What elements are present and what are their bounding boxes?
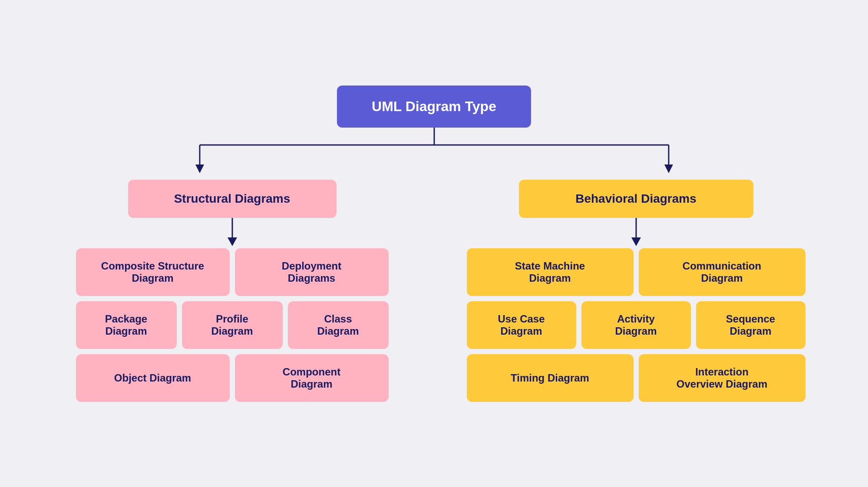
diagram-container: UML Diagram Type Structural Diagrams [43, 86, 825, 402]
structural-col: Structural Diagrams Composite StructureD… [43, 180, 421, 402]
root-label: UML Diagram Type [372, 99, 496, 114]
svg-marker-9 [631, 237, 641, 246]
root-branch-svg [43, 128, 825, 180]
use-case-diagram: Use CaseDiagram [467, 301, 576, 349]
svg-marker-5 [664, 165, 673, 173]
component-diagram: ComponentDiagram [235, 354, 389, 402]
package-diagram: PackageDiagram [76, 301, 177, 349]
sequence-diagram: SequenceDiagram [696, 301, 805, 349]
two-cols: Structural Diagrams Composite StructureD… [43, 180, 825, 402]
composite-structure-diagram: Composite StructureDiagram [76, 248, 230, 296]
svg-marker-3 [195, 165, 204, 173]
root-node: UML Diagram Type [337, 86, 531, 128]
profile-diagram: ProfileDiagram [182, 301, 283, 349]
structural-arrow-svg [128, 218, 337, 248]
class-diagram: ClassDiagram [288, 301, 389, 349]
behavioral-col: Behavioral Diagrams State MachineDiagram… [447, 180, 825, 402]
deployment-diagrams: DeploymentDiagrams [235, 248, 389, 296]
activity-diagram: ActivityDiagram [581, 301, 691, 349]
behavioral-diagrams-node: Behavioral Diagrams [519, 180, 753, 218]
behavioral-arrow-svg [519, 218, 753, 248]
state-machine-diagram: State MachineDiagram [467, 248, 634, 296]
communication-diagram: CommunicationDiagram [639, 248, 805, 296]
interaction-overview-diagram: InteractionOverview Diagram [639, 354, 805, 402]
timing-diagram: Timing Diagram [467, 354, 634, 402]
object-diagram: Object Diagram [76, 354, 230, 402]
structural-diagrams-node: Structural Diagrams [128, 180, 337, 218]
svg-marker-7 [228, 237, 237, 246]
